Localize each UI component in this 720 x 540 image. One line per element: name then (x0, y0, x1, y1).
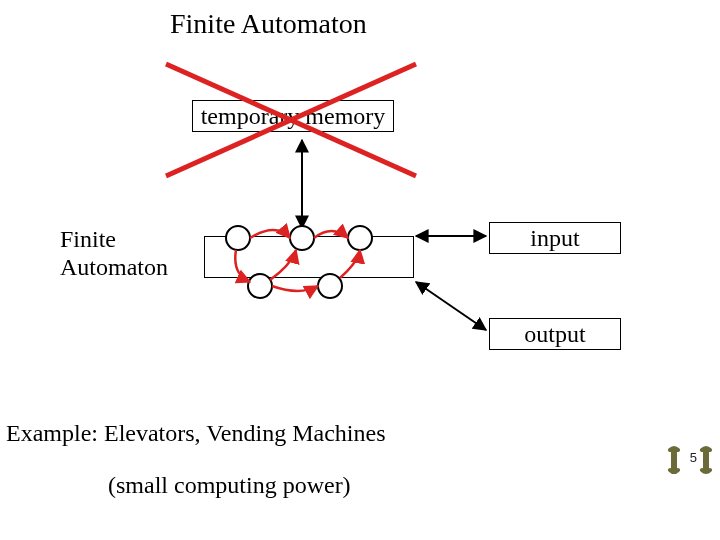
temp-memory-box: temporary memory (192, 100, 394, 132)
cpu-box (204, 236, 414, 278)
input-label: input (490, 223, 620, 254)
slide-number-badge: 5 (668, 444, 712, 478)
fa-side-label: Finite Automaton (60, 226, 168, 281)
example-caption: Example: Elevators, Vending Machines (6, 420, 385, 447)
small-caption: (small computing power) (108, 472, 351, 499)
output-label: output (490, 319, 620, 350)
temp-memory-label: temporary memory (193, 101, 393, 132)
input-box: input (489, 222, 621, 254)
slide: Finite Automaton temporary memory input … (0, 0, 720, 540)
slide-number: 5 (690, 450, 697, 465)
slide-title: Finite Automaton (170, 8, 367, 40)
arrow-cpu-output (416, 282, 486, 330)
output-box: output (489, 318, 621, 350)
